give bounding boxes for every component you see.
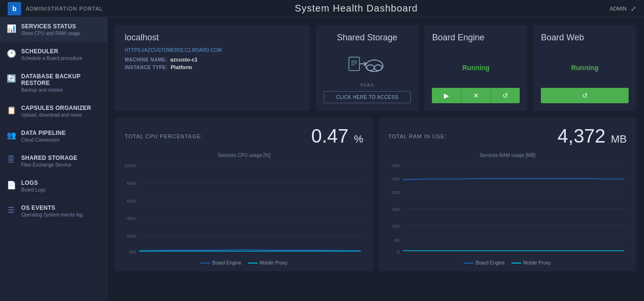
svg-text:300: 300 [392,163,400,168]
board-web-controls: ↺ [541,88,629,103]
instance-type-row: INSTANCE TYPE: Platform [125,64,300,70]
sidebar-title-capsules-organizer: CAPSULES ORGANIZER [21,105,91,111]
svg-text:40%: 40% [127,216,136,221]
ram-legend-engine: Board Engine [464,260,505,265]
ram-chart-area: Services RAM usage [MB] 300 250 200 150 … [388,153,627,263]
legend-dot-blue [201,263,210,264]
sidebar-sub-os-events: Operating System events log [21,212,83,217]
cpu-label: TOTAL CPU PERCENTAGE: [125,133,203,139]
svg-text:0: 0 [397,249,400,254]
sidebar-sub-logs: Board Logs [21,187,46,193]
ram-value: 4,372 MB [558,125,627,147]
content-area: localhost HTTPS://AZCUSTOMER02.C1.BOARD.… [107,17,644,301]
svg-text:80%: 80% [127,181,136,186]
svg-text:60%: 60% [127,198,136,204]
sidebar-sub-data-pipeline: Cloud Connectors [21,137,66,143]
svg-text:250: 250 [392,176,400,181]
board-engine-stop-btn[interactable]: ✕ [462,88,491,103]
ram-legend-dot-cyan [512,263,521,264]
ram-label: TOTAL RAM IN USE: [388,133,446,139]
sidebar-title-data-pipeline: DATA PIPELINE [21,130,66,136]
sidebar-item-shared-storage[interactable]: 🗄 SHARED STORAGE Files Exchange Service [0,149,107,174]
ram-metric-card: TOTAL RAM IN USE: 4,372 MB Services RAM … [379,118,636,271]
top-cards-row: localhost HTTPS://AZCUSTOMER02.C1.BOARD.… [115,25,636,111]
sidebar-sub-services-status: Show CPU and RAM usage [21,31,80,36]
metrics-row: TOTAL CPU PERCENTAGE: 0.47 % Services CP… [115,118,636,271]
cpu-chart-legend: Board Engine Mobile Proxy [125,260,363,265]
cpu-chart-title: Services CPU usage [%] [125,153,363,158]
files-label: FILES [360,83,374,87]
events-icon: ☰ [7,205,15,215]
header-right: ADMIN ⤢ [610,5,636,12]
ram-chart-title: Services RAM usage [MB] [388,153,627,158]
board-engine-play-btn[interactable]: ▶ [432,88,461,103]
board-engine-btn-group: ▶ ✕ ↺ [432,88,520,103]
access-button[interactable]: CLICK HERE TO ACCESS [323,91,411,103]
board-engine-controls: ▶ ✕ ↺ [432,88,520,103]
localhost-title: localhost [125,33,300,43]
chart-icon: 📊 [7,24,15,33]
sidebar-sub-capsules-organizer: Upload, download and move [21,112,91,118]
backup-icon: 🔄 [7,74,15,83]
shared-storage-card: Shared Storage [316,25,419,111]
shared-storage-icon [348,53,386,79]
logs-icon: 📄 [7,181,15,190]
machine-name-label: MACHINE NAME: [125,57,167,62]
localhost-card: localhost HTTPS://AZCUSTOMER02.C1.BOARD.… [115,25,310,111]
sidebar-sub-scheduler: Schedule a Board procedure [21,56,82,61]
cpu-legend-engine: Board Engine [201,260,241,265]
machine-name-value: azcusto-c1 [170,57,198,62]
board-engine-status: Running [462,64,489,72]
svg-rect-0 [349,57,359,71]
sidebar-title-os-events: OS EVENTS [21,205,83,211]
svg-point-5 [367,65,374,71]
ram-chart-legend: Board Engine Mobile Proxy [388,260,627,265]
clock-icon: 🕐 [7,49,15,58]
sidebar-item-logs[interactable]: 📄 LOGS Board Logs [0,174,107,199]
main-layout: 📊 SERVICES STATUS Show CPU and RAM usage… [0,17,644,301]
svg-text:200: 200 [392,190,400,195]
machine-name-row: MACHINE NAME: azcusto-c1 [125,57,300,62]
board-engine-restart-btn[interactable]: ↺ [491,88,520,103]
sidebar-item-database-backup[interactable]: 🔄 DATABASE BACKUP RESTORE Backup and res… [0,67,107,99]
sidebar-title-scheduler: SCHEDULER [21,48,82,55]
cpu-metric-header: TOTAL CPU PERCENTAGE: 0.47 % [125,125,363,147]
cpu-chart-area: Services CPU usage [%] 100% 80% 60% 40% … [125,153,363,263]
cpu-value: 0.47 % [311,125,363,147]
app-logo: b [8,2,21,15]
localhost-link[interactable]: HTTPS://AZCUSTOMER02.C1.BOARD.COM [125,48,300,53]
admin-portal-label: ADMINISTRATION PORTAL [26,6,103,12]
board-engine-title: Board Engine [432,33,520,43]
board-web-title: Board Web [541,33,629,43]
svg-point-6 [374,65,382,71]
instance-type-value: Platform [171,64,192,70]
svg-text:100: 100 [392,223,400,229]
admin-label: ADMIN [610,6,627,12]
sidebar-item-services-status[interactable]: 📊 SERVICES STATUS Show CPU and RAM usage [0,17,107,42]
instance-type-label: INSTANCE TYPE: [125,65,168,70]
sidebar-item-scheduler[interactable]: 🕐 SCHEDULER Schedule a Board procedure [0,42,107,67]
board-web-restart-btn[interactable]: ↺ [541,88,629,103]
sidebar-sub-database-backup: Backup and restore [21,87,100,93]
shared-storage-title: Shared Storage [337,33,397,43]
pipeline-icon: 👥 [7,131,15,140]
page-title: System Health Dashboard [295,3,417,14]
organizer-icon: 📋 [7,106,15,115]
svg-text:0%: 0% [130,249,136,254]
sidebar-title-services-status: SERVICES STATUS [21,23,80,30]
board-web-card: Board Web Running ↺ [533,25,636,111]
sidebar-title-database-backup: DATABASE BACKUP RESTORE [21,73,100,86]
sidebar-item-capsules-organizer[interactable]: 📋 CAPSULES ORGANIZER Upload, download an… [0,99,107,124]
expand-icon[interactable]: ⤢ [631,5,636,12]
cpu-metric-card: TOTAL CPU PERCENTAGE: 0.47 % Services CP… [115,118,373,271]
board-web-status: Running [571,64,598,72]
top-header: b ADMINISTRATION PORTAL System Health Da… [0,0,644,17]
sidebar-item-data-pipeline[interactable]: 👥 DATA PIPELINE Cloud Connectors [0,124,107,149]
sidebar-title-logs: LOGS [21,180,46,186]
ram-chart-svg: 300 250 200 150 100 50 0 [388,160,627,256]
ram-metric-header: TOTAL RAM IN USE: 4,372 MB [388,125,627,147]
cpu-legend-proxy: Mobile Proxy [248,260,287,265]
storage-icon: 🗄 [7,156,15,164]
header-left: b ADMINISTRATION PORTAL [8,2,103,15]
sidebar-item-os-events[interactable]: ☰ OS EVENTS Operating System events log [0,199,107,224]
